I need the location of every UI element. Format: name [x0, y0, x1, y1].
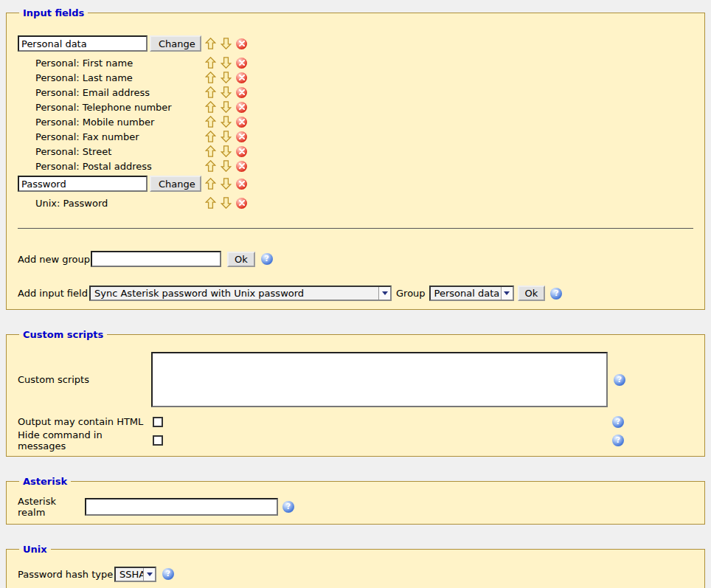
hide-command-row: Hide command in messages ?	[18, 432, 693, 449]
row-actions	[205, 197, 247, 209]
delete-icon[interactable]	[236, 146, 247, 157]
custom-scripts-textarea[interactable]	[151, 352, 608, 407]
field-label: Personal: Postal address	[18, 161, 205, 172]
custom-scripts-legend: Custom scripts	[19, 329, 107, 340]
add-input-field-row: Add input field Sync Asterisk password w…	[18, 285, 693, 302]
help-icon[interactable]: ?	[614, 374, 625, 386]
change-group-button[interactable]: Change	[150, 35, 201, 52]
asterisk-realm-input[interactable]	[85, 498, 278, 516]
field-groups-list: ChangePersonal: First namePersonal: Last…	[18, 21, 693, 210]
move-up-icon[interactable]	[205, 38, 216, 49]
field-label: Personal: First name	[18, 58, 205, 69]
new-group-name-input[interactable]	[91, 251, 221, 267]
move-down-icon[interactable]	[221, 86, 232, 98]
field-row: Personal: Fax number	[18, 129, 693, 144]
group-select[interactable]: Personal data	[429, 286, 514, 301]
move-up-icon[interactable]	[205, 197, 216, 209]
password-hash-row: Password hash type SSHA ?	[18, 565, 693, 583]
password-hash-select[interactable]: SSHA	[114, 567, 156, 582]
row-actions	[205, 145, 247, 157]
add-new-group-row: Add new group Ok ?	[18, 250, 693, 268]
help-icon[interactable]: ?	[282, 501, 294, 513]
move-up-icon[interactable]	[205, 178, 216, 190]
move-down-icon[interactable]	[221, 101, 232, 113]
delete-icon[interactable]	[236, 179, 247, 190]
delete-icon[interactable]	[236, 161, 247, 172]
add-new-group-label: Add new group	[18, 254, 91, 265]
move-down-icon[interactable]	[221, 38, 232, 49]
help-icon[interactable]: ?	[612, 416, 624, 428]
delete-icon[interactable]	[236, 72, 247, 83]
move-up-icon[interactable]	[205, 101, 216, 113]
move-down-icon[interactable]	[221, 145, 232, 157]
unix-section: Unix Password hash type SSHA ?	[6, 544, 705, 588]
help-icon[interactable]: ?	[550, 288, 562, 300]
asterisk-legend: Asterisk	[19, 476, 71, 487]
move-up-icon[interactable]	[205, 131, 216, 142]
move-up-icon[interactable]	[205, 160, 216, 172]
row-actions	[205, 178, 247, 190]
move-down-icon[interactable]	[221, 57, 232, 69]
chevron-down-icon[interactable]	[501, 287, 513, 300]
input-fields-section: Input fields ChangePersonal: First nameP…	[6, 7, 705, 310]
password-hash-label: Password hash type	[18, 569, 114, 580]
field-label: Personal: Last name	[18, 72, 205, 83]
help-icon[interactable]: ?	[162, 568, 174, 580]
add-field-ok-button[interactable]: Ok	[518, 286, 546, 301]
add-group-ok-button[interactable]: Ok	[227, 252, 255, 267]
hide-command-checkbox[interactable]	[153, 435, 163, 446]
help-icon[interactable]: ?	[612, 435, 624, 446]
group-row: Change	[18, 35, 693, 52]
field-row: Personal: First name	[18, 55, 693, 70]
chevron-down-icon[interactable]	[378, 287, 390, 300]
input-field-select[interactable]: Sync Asterisk password with Unix passwor…	[89, 286, 392, 301]
delete-icon[interactable]	[236, 87, 247, 98]
move-up-icon[interactable]	[205, 57, 216, 69]
row-actions	[205, 101, 247, 113]
field-row: Personal: Email address	[18, 85, 693, 100]
group-label: Group	[396, 288, 426, 299]
input-field-select-value: Sync Asterisk password with Unix passwor…	[91, 287, 378, 300]
asterisk-realm-label: Asterisk realm	[18, 496, 85, 518]
field-label: Personal: Email address	[18, 87, 205, 98]
field-label: Personal: Street	[18, 146, 205, 157]
change-group-button[interactable]: Change	[150, 176, 201, 192]
move-down-icon[interactable]	[221, 160, 232, 172]
move-down-icon[interactable]	[221, 197, 232, 209]
move-up-icon[interactable]	[205, 116, 216, 128]
help-icon[interactable]: ?	[261, 253, 273, 265]
move-down-icon[interactable]	[221, 72, 232, 83]
row-actions	[205, 86, 247, 98]
group-name-input[interactable]	[18, 176, 148, 192]
output-html-checkbox[interactable]	[153, 417, 163, 427]
asterisk-section: Asterisk Asterisk realm ?	[6, 476, 705, 525]
move-up-icon[interactable]	[205, 86, 216, 98]
field-label: Personal: Fax number	[18, 131, 205, 142]
field-label: Unix: Password	[18, 198, 205, 209]
delete-icon[interactable]	[236, 131, 247, 142]
delete-icon[interactable]	[236, 117, 247, 128]
delete-icon[interactable]	[236, 102, 247, 113]
chevron-down-icon[interactable]	[143, 568, 155, 581]
field-row: Personal: Mobile number	[18, 114, 693, 129]
group-name-cell: Change	[18, 35, 205, 52]
add-input-field-label: Add input field	[18, 288, 89, 299]
asterisk-realm-row: Asterisk realm ?	[18, 497, 693, 516]
profile-editor-page: { "input_fields": { "legend": "Input fie…	[0, 0, 711, 588]
row-actions	[205, 116, 247, 128]
move-down-icon[interactable]	[221, 116, 232, 128]
move-up-icon[interactable]	[205, 145, 216, 157]
field-label: Personal: Mobile number	[18, 117, 205, 128]
group-name-cell: Change	[18, 176, 205, 192]
delete-icon[interactable]	[236, 38, 247, 49]
group-name-input[interactable]	[18, 35, 148, 52]
delete-icon[interactable]	[236, 58, 247, 69]
field-row: Personal: Street	[18, 144, 693, 159]
group-row: Change	[18, 175, 693, 193]
move-up-icon[interactable]	[205, 72, 216, 83]
custom-scripts-section: Custom scripts Custom scripts ? Output m…	[6, 329, 705, 457]
field-label: Personal: Telephone number	[18, 102, 205, 113]
delete-icon[interactable]	[236, 198, 247, 209]
move-down-icon[interactable]	[221, 178, 232, 190]
move-down-icon[interactable]	[221, 131, 232, 142]
